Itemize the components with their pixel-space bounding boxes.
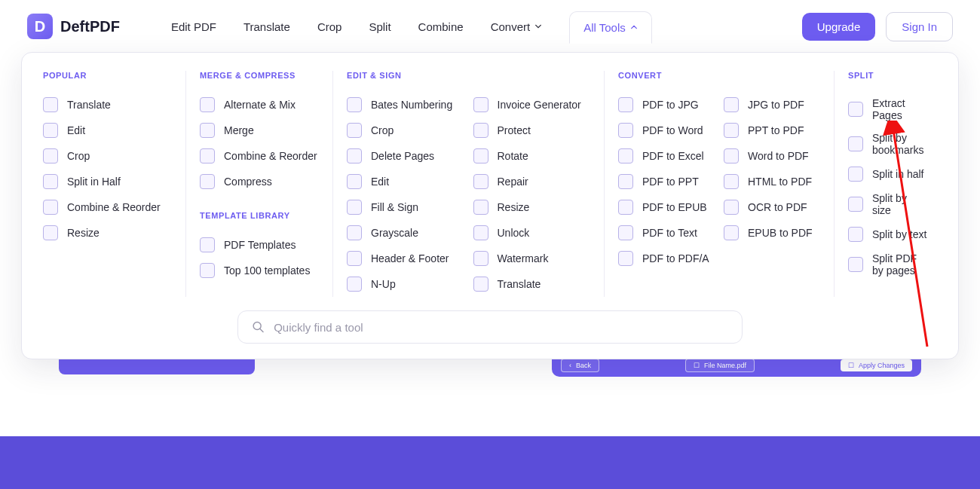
tool-crop-2[interactable]: Crop	[347, 118, 464, 143]
tool-grayscale[interactable]: Grayscale	[347, 220, 464, 246]
tool-invoice[interactable]: Invoice Generator	[473, 92, 591, 118]
tool-ocr-pdf[interactable]: OCR to PDF	[724, 194, 820, 220]
col-edit: EDIT & SIGN Bates Numbering Crop Delete …	[332, 71, 604, 297]
tool-split-size[interactable]: Split by size	[848, 187, 928, 222]
tool-alternate-mix[interactable]: Alternate & Mix	[200, 92, 319, 118]
resize-icon	[473, 200, 488, 215]
search-input[interactable]	[274, 321, 728, 334]
translate-icon	[43, 97, 58, 112]
tool-compress[interactable]: Compress	[200, 169, 319, 194]
nup-icon	[347, 277, 362, 292]
tool-edit-2[interactable]: Edit	[347, 169, 464, 194]
tool-label: JPG to PDF	[748, 99, 804, 111]
pdfa-icon	[618, 251, 633, 266]
nav-translate[interactable]: Translate	[243, 14, 290, 39]
back-label: Back	[576, 362, 591, 369]
tool-label: Rotate	[498, 150, 528, 162]
header-icon	[347, 251, 362, 266]
tool-label: HTML to PDF	[748, 176, 812, 188]
tool-label: Bates Numbering	[371, 99, 452, 111]
tool-rotate[interactable]: Rotate	[473, 143, 591, 169]
mega-menu: POPULAR Translate Edit Crop Split in Hal…	[21, 52, 959, 359]
tool-label: Alternate & Mix	[224, 99, 296, 111]
tool-combine-reorder[interactable]: Combine & Reorder	[43, 194, 172, 220]
col-convert: CONVERT PDF to JPG PDF to Word PDF to Ex…	[604, 71, 834, 297]
split-half-icon	[43, 174, 58, 189]
top100-icon	[200, 263, 215, 278]
tool-unlock[interactable]: Unlock	[473, 220, 591, 246]
tool-pdf-pdfa[interactable]: PDF to PDF/A	[618, 246, 715, 271]
tool-label: Split PDF by pages	[872, 252, 928, 277]
tool-crop[interactable]: Crop	[43, 143, 172, 169]
tool-ppt-pdf[interactable]: PPT to PDF	[724, 118, 820, 143]
nav-split[interactable]: Split	[369, 14, 390, 39]
tool-split-bookmarks[interactable]: Split by bookmarks	[848, 127, 928, 161]
tool-label: EPUB to PDF	[748, 227, 813, 239]
tool-html-pdf[interactable]: HTML to PDF	[724, 169, 820, 194]
tool-label: PDF to JPG	[642, 99, 699, 111]
nav-combine[interactable]: Combine	[418, 14, 464, 39]
tool-label: Unlock	[498, 227, 530, 239]
excel-icon	[618, 148, 633, 164]
epub-icon	[618, 200, 633, 215]
tool-label: Split by size	[872, 192, 928, 216]
tool-nup[interactable]: N-Up	[347, 271, 464, 297]
tool-split-pages[interactable]: Split PDF by pages	[848, 247, 928, 282]
tool-bates[interactable]: Bates Numbering	[347, 92, 464, 118]
rotate-icon	[473, 148, 488, 164]
tool-translate[interactable]: Translate	[43, 92, 172, 118]
nav-crop[interactable]: Crop	[317, 14, 342, 39]
edit-icon	[43, 123, 58, 138]
tool-word-pdf[interactable]: Word to PDF	[724, 143, 820, 169]
tool-top-100[interactable]: Top 100 templates	[200, 258, 319, 283]
tool-watermark[interactable]: Watermark	[473, 246, 591, 271]
tool-label: Resize	[67, 227, 100, 239]
nav-convert[interactable]: Convert	[491, 14, 543, 39]
tool-delete-pages[interactable]: Delete Pages	[347, 143, 464, 169]
upgrade-button[interactable]: Upgrade	[802, 13, 876, 41]
tool-pdf-word[interactable]: PDF to Word	[618, 118, 715, 143]
invoice-icon	[473, 97, 488, 112]
tool-repair[interactable]: Repair	[473, 169, 591, 194]
nav-edit-pdf[interactable]: Edit PDF	[171, 14, 216, 39]
tool-fill-sign[interactable]: Fill & Sign	[347, 194, 464, 220]
tool-resize-2[interactable]: Resize	[473, 194, 591, 220]
tool-pdf-epub[interactable]: PDF to EPUB	[618, 194, 715, 220]
tool-merge[interactable]: Merge	[200, 118, 319, 143]
search-box[interactable]	[237, 310, 743, 344]
watermark-icon	[473, 251, 488, 266]
nav-all-tools[interactable]: All Tools	[569, 11, 652, 44]
tool-pdf-text[interactable]: PDF to Text	[618, 220, 715, 246]
logo[interactable]: D DeftPDF	[27, 14, 120, 39]
word-icon	[618, 123, 633, 138]
tool-edit[interactable]: Edit	[43, 118, 172, 143]
tool-label: Header & Footer	[371, 252, 449, 264]
tool-resize[interactable]: Resize	[43, 220, 172, 246]
apply-chip: ☐ Apply Changes	[841, 359, 912, 371]
tool-pdf-excel[interactable]: PDF to Excel	[618, 143, 715, 169]
tool-pdf-templates[interactable]: PDF Templates	[200, 232, 319, 258]
tool-label: Combine & Reorder	[67, 201, 161, 213]
tool-protect[interactable]: Protect	[473, 118, 591, 143]
tool-combine-reorder-2[interactable]: Combine & Reorder	[200, 143, 319, 169]
tool-extract-pages[interactable]: Extract Pages	[848, 92, 928, 127]
merge-icon	[200, 123, 215, 138]
tool-pdf-jpg[interactable]: PDF to JPG	[618, 92, 715, 118]
tool-pdf-ppt[interactable]: PDF to PPT	[618, 169, 715, 194]
tool-label: Extract Pages	[872, 97, 928, 121]
epub-icon	[724, 225, 739, 240]
text-icon	[618, 225, 633, 240]
tool-header-footer[interactable]: Header & Footer	[347, 246, 464, 271]
bookmark-icon	[848, 136, 863, 151]
delete-icon	[347, 148, 362, 164]
tool-split-text[interactable]: Split by text	[848, 222, 928, 247]
tool-jpg-pdf[interactable]: JPG to PDF	[724, 92, 820, 118]
tool-split-half[interactable]: Split in Half	[43, 169, 172, 194]
signin-button[interactable]: Sign In	[886, 12, 953, 41]
size-icon	[848, 197, 863, 212]
tool-label: Translate	[67, 99, 111, 111]
tool-epub-pdf[interactable]: EPUB to PDF	[724, 220, 820, 246]
tool-translate-2[interactable]: Translate	[473, 271, 591, 297]
mega-grid: POPULAR Translate Edit Crop Split in Hal…	[38, 71, 942, 297]
tool-split-half-2[interactable]: Split in half	[848, 161, 928, 187]
